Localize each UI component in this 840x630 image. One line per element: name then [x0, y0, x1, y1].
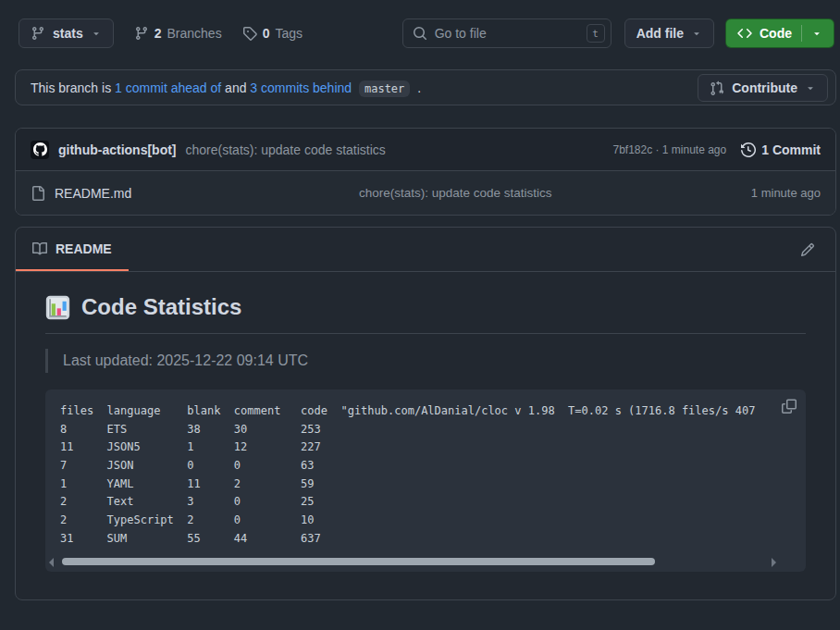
contribute-label: Contribute: [732, 80, 797, 95]
commits-behind-link[interactable]: 3 commits behind: [250, 80, 352, 95]
book-icon: [32, 241, 47, 256]
file-name-link[interactable]: README.md: [31, 186, 359, 201]
tags-label: Tags: [275, 26, 303, 41]
branch-status-banner: This branch is 1 commit ahead of and 3 c…: [15, 69, 836, 105]
horizontal-scrollbar[interactable]: [49, 557, 776, 566]
edit-readme-button[interactable]: [795, 237, 821, 263]
file-commit-time: 1 minute ago: [719, 186, 821, 200]
cloc-code-block: files language blank comment code "githu…: [45, 389, 806, 572]
last-updated-text: Last updated: 2025-12-22 09:14 UTC: [63, 352, 308, 368]
readme-heading: Code Statistics: [45, 294, 806, 334]
git-branch-icon: [134, 26, 149, 41]
readme-content: Code Statistics Last updated: 2025-12-22…: [16, 272, 835, 599]
file-name: README.md: [55, 186, 131, 201]
pencil-icon: [800, 242, 815, 257]
scroll-right-arrow[interactable]: [772, 558, 776, 567]
tag-icon: [242, 26, 257, 41]
branch-status-text: This branch is 1 commit ahead of and 3 c…: [31, 80, 421, 95]
commit-count-label: 1 Commit: [761, 142, 821, 157]
file-list-box: github-actions[bot] chore(stats): update…: [15, 128, 836, 216]
table-row: README.md chore(stats): update code stat…: [16, 171, 835, 215]
scroll-left-arrow[interactable]: [49, 558, 54, 567]
readme-tab-label: README: [56, 241, 112, 256]
last-updated-quote: Last updated: 2025-12-22 09:14 UTC: [45, 349, 806, 373]
git-compare-icon: [710, 80, 724, 95]
branches-count: 2: [154, 26, 162, 41]
goto-file-input[interactable]: Go to file t: [402, 19, 611, 48]
page-title: Code Statistics: [81, 294, 241, 320]
bar-chart-emoji-icon: [45, 295, 70, 320]
add-file-button[interactable]: Add file: [624, 19, 714, 48]
tab-readme[interactable]: README: [16, 228, 129, 271]
commit-sha-time[interactable]: 7bf182c · 1 minute ago: [612, 143, 726, 156]
file-icon: [31, 186, 45, 201]
chevron-down-icon: [91, 28, 102, 39]
branch-status-period: .: [417, 80, 421, 95]
scrollbar-thumb[interactable]: [62, 558, 655, 565]
file-commit-message[interactable]: chore(stats): update code statistics: [359, 186, 719, 200]
code-button[interactable]: Code: [725, 19, 834, 48]
latest-commit-bar: github-actions[bot] chore(stats): update…: [16, 129, 835, 171]
branch-selector-button[interactable]: stats: [19, 19, 114, 48]
search-icon: [413, 26, 427, 41]
github-mark-icon: [33, 142, 47, 156]
code-button-divider: [801, 25, 802, 42]
code-icon: [737, 26, 752, 41]
commit-history-link[interactable]: 1 Commit: [741, 142, 821, 157]
commit-meta: 7bf182c · 1 minute ago 1 Commit: [612, 142, 821, 157]
commits-ahead-link[interactable]: 1 commit ahead of: [115, 80, 221, 95]
contribute-button[interactable]: Contribute: [698, 74, 828, 102]
chevron-down-icon: [805, 82, 816, 93]
scrollbar-track[interactable]: [62, 558, 760, 565]
repo-toolbar: stats 2 Branches 0 Tags Go to file t Add…: [19, 19, 834, 48]
commit-message[interactable]: chore(stats): update code statistics: [186, 142, 386, 157]
chevron-down-icon: [691, 28, 702, 39]
copy-icon: [782, 399, 797, 414]
goto-file-shortcut-key: t: [587, 24, 605, 43]
goto-file-placeholder: Go to file: [435, 26, 487, 41]
current-branch-label: stats: [53, 26, 83, 41]
commit-author-avatar[interactable]: [31, 141, 49, 159]
chevron-down-icon: [811, 28, 822, 39]
base-branch-badge: master: [359, 80, 410, 97]
tags-link[interactable]: 0 Tags: [242, 26, 303, 41]
tags-count: 0: [263, 26, 270, 41]
readme-card: README Code Statistics Last updated: 202…: [15, 227, 836, 600]
branches-label: Branches: [167, 26, 221, 41]
git-branch-icon: [31, 26, 45, 41]
code-button-label: Code: [760, 26, 792, 41]
history-icon: [741, 142, 756, 157]
add-file-label: Add file: [636, 26, 684, 41]
readme-header: README: [16, 228, 835, 272]
branch-status-prefix: This branch is: [31, 80, 111, 95]
commit-author-name[interactable]: github-actions[bot]: [58, 142, 177, 157]
branch-status-and: and: [225, 80, 246, 95]
cloc-pre: files language blank comment code "githu…: [60, 402, 791, 548]
branches-link[interactable]: 2 Branches: [134, 26, 222, 41]
copy-button[interactable]: [782, 399, 797, 414]
